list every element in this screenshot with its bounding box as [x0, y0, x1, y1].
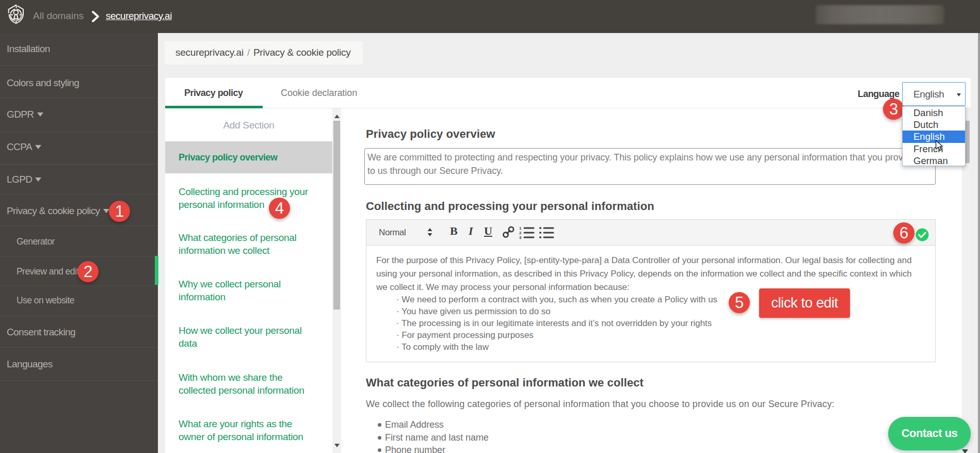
svg-text:2: 2: [519, 231, 522, 235]
svg-text:3: 3: [519, 235, 522, 239]
svg-text:1: 1: [519, 226, 522, 231]
